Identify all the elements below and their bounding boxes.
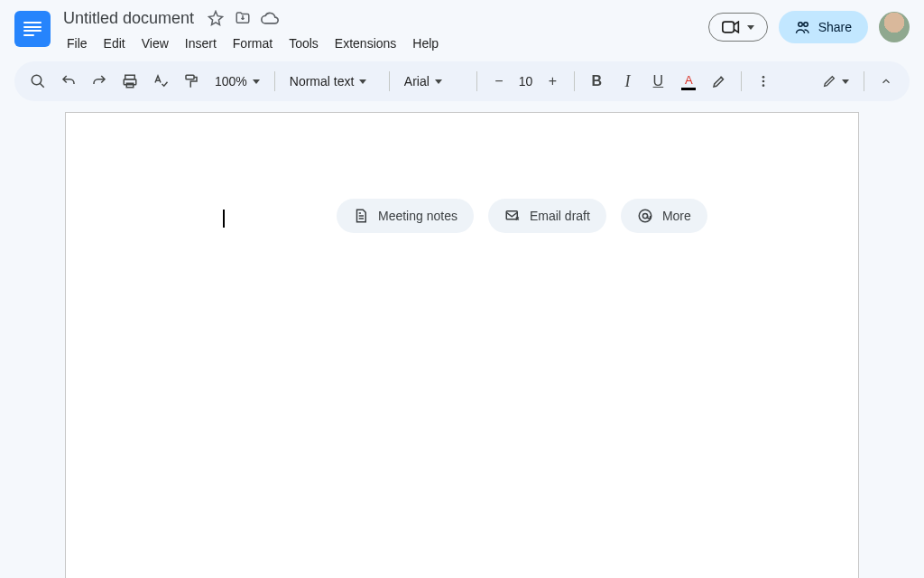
font-size-value: 10 (519, 74, 533, 89)
underline-button[interactable]: U (643, 67, 672, 96)
email-icon (504, 208, 521, 224)
chevron-down-icon (747, 25, 754, 30)
document-page[interactable]: Meeting notes Email draft More (65, 112, 859, 578)
paint-format-button[interactable] (177, 67, 206, 96)
svg-point-8 (762, 76, 765, 79)
font-size-increase[interactable]: + (538, 67, 567, 96)
search-icon[interactable] (23, 67, 52, 96)
font-size-input[interactable]: 10 (515, 67, 537, 96)
share-button[interactable]: Share (779, 11, 868, 43)
menu-insert[interactable]: Insert (178, 33, 224, 54)
highlight-button[interactable] (705, 67, 734, 96)
svg-rect-7 (186, 75, 194, 79)
italic-button[interactable]: I (613, 67, 642, 96)
svg-point-13 (642, 213, 647, 218)
svg-point-1 (798, 23, 802, 27)
menu-view[interactable]: View (134, 33, 176, 54)
chip-label: More (662, 209, 691, 223)
meet-button[interactable] (708, 13, 768, 42)
chip-label: Meeting notes (378, 209, 457, 223)
star-icon[interactable] (207, 9, 225, 27)
editing-mode-select[interactable] (815, 67, 856, 96)
menu-edit[interactable]: Edit (97, 33, 133, 54)
separator (574, 71, 575, 91)
zoom-value: 100% (215, 74, 247, 89)
pencil-icon (822, 74, 836, 89)
chevron-down-icon (435, 79, 442, 84)
separator (274, 71, 275, 91)
paragraph-style-select[interactable]: Normal text (282, 67, 382, 96)
more-formatting-button[interactable] (749, 67, 778, 96)
menu-help[interactable]: Help (405, 33, 446, 54)
cloud-status-icon[interactable] (261, 9, 279, 27)
toolbar: 100% Normal text Arial − 10 + B I U A (14, 61, 910, 101)
template-chips: Meeting notes Email draft More (337, 199, 707, 233)
chip-label: Email draft (530, 209, 590, 223)
share-label: Share (818, 20, 852, 34)
menu-file[interactable]: File (60, 33, 95, 54)
undo-button[interactable] (54, 67, 83, 96)
font-family-value: Arial (404, 74, 430, 89)
menu-format[interactable]: Format (226, 33, 280, 54)
document-icon (353, 208, 369, 224)
account-avatar[interactable] (879, 12, 910, 42)
redo-button[interactable] (85, 67, 114, 96)
svg-point-2 (803, 23, 808, 27)
paragraph-style-value: Normal text (290, 74, 355, 89)
separator (389, 71, 390, 91)
spellcheck-button[interactable] (146, 67, 175, 96)
print-button[interactable] (116, 67, 144, 96)
font-family-select[interactable]: Arial (397, 67, 469, 96)
svg-rect-11 (506, 211, 517, 219)
zoom-select[interactable]: 100% (208, 67, 267, 96)
svg-point-12 (639, 210, 651, 222)
chevron-down-icon (359, 79, 366, 84)
text-cursor (223, 210, 225, 228)
menu-tools[interactable]: Tools (282, 33, 326, 54)
chip-email-draft[interactable]: Email draft (488, 199, 606, 233)
chevron-down-icon (253, 79, 260, 84)
menu-bar: File Edit View Insert Format Tools Exten… (60, 33, 446, 54)
document-title[interactable]: Untitled document (60, 7, 198, 30)
svg-rect-0 (722, 22, 734, 33)
people-icon (795, 20, 811, 34)
docs-logo[interactable] (14, 11, 51, 47)
video-icon (722, 21, 740, 33)
menu-extensions[interactable]: Extensions (328, 33, 403, 54)
separator (864, 71, 864, 91)
svg-point-10 (762, 84, 765, 87)
collapse-toolbar-button[interactable] (872, 67, 901, 96)
font-size-decrease[interactable]: − (485, 67, 513, 96)
separator (741, 71, 742, 91)
svg-point-3 (32, 75, 42, 85)
separator (476, 71, 477, 91)
text-color-button[interactable]: A (674, 67, 703, 96)
move-icon[interactable] (234, 9, 252, 27)
chip-more[interactable]: More (621, 199, 707, 233)
at-icon (637, 208, 653, 224)
bold-button[interactable]: B (582, 67, 611, 96)
chevron-down-icon (842, 79, 849, 84)
svg-point-9 (762, 80, 765, 83)
chip-meeting-notes[interactable]: Meeting notes (337, 199, 474, 233)
